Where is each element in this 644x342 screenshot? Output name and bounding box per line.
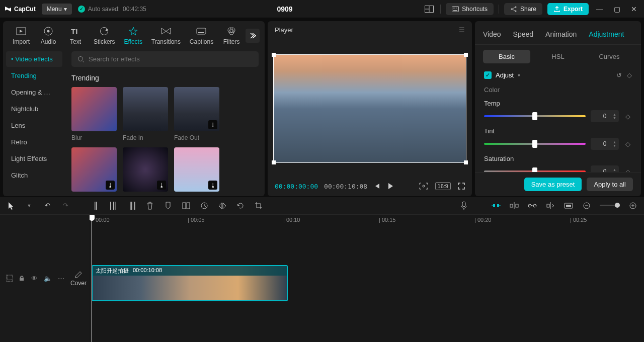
magnet-main-button[interactable] (491, 201, 501, 211)
crop-tool[interactable] (254, 201, 264, 211)
mirror-tool[interactable] (217, 201, 227, 211)
chevron-down-icon[interactable]: ▾ (518, 72, 520, 78)
pointer-tool[interactable] (6, 201, 16, 211)
tab-video[interactable]: Video (483, 25, 501, 44)
aspect-ratio[interactable]: 16:9 (435, 182, 451, 190)
effects-search-input[interactable] (89, 55, 253, 63)
tabs-more-button[interactable] (246, 29, 260, 43)
saturation-slider[interactable] (484, 170, 586, 172)
category-light-effects[interactable]: Light Effects (6, 151, 62, 166)
menu-button[interactable]: Menu ▾ (42, 4, 72, 15)
scale-button[interactable] (419, 183, 428, 190)
tab-animation[interactable]: Animation (545, 25, 577, 44)
tab-captions[interactable]: Captions (186, 24, 217, 47)
tint-value[interactable]: 0▲▼ (591, 138, 619, 150)
timeline-tracks[interactable]: 00:00 | 00:05 | 00:10 | 00:15 | 00:20 | … (90, 215, 644, 342)
timeline-ruler[interactable]: 00:00 | 00:05 | 00:10 | 00:15 | 00:20 | … (90, 215, 644, 227)
subtab-basic[interactable]: Basic (483, 50, 530, 63)
split-tool[interactable] (91, 201, 101, 211)
category-trending[interactable]: Trending (6, 68, 62, 83)
rotate-tool[interactable] (235, 201, 246, 211)
subtab-hsl[interactable]: HSL (534, 50, 582, 63)
zoom-in-button[interactable] (628, 201, 638, 211)
shortcuts-button[interactable]: Shortcuts (446, 3, 494, 15)
download-icon[interactable]: ⭳ (208, 120, 217, 129)
track-collapse-icon[interactable]: ⿺ (6, 275, 13, 282)
magnet-timeline-button[interactable] (509, 201, 519, 211)
tab-transitions[interactable]: Transitions (147, 24, 185, 47)
keyframe-icon[interactable]: ◇ (624, 140, 632, 148)
preview-axis-button[interactable] (545, 201, 555, 211)
effect-item[interactable]: ⭳ (71, 147, 117, 195)
eye-icon[interactable]: 👁 (31, 275, 38, 282)
preview-render-button[interactable] (564, 201, 574, 211)
mute-icon[interactable]: 🔈 (44, 275, 52, 282)
pointer-dropdown[interactable]: ▼ (24, 201, 34, 211)
video-clip[interactable]: 太阳升起拍摄 00:00:10:08 (92, 265, 288, 301)
freeze-tool[interactable] (181, 201, 191, 211)
category-glitch[interactable]: Glitch (6, 167, 62, 183)
effects-search[interactable] (71, 51, 259, 67)
effect-item[interactable]: Fade In (123, 87, 168, 141)
subtab-curves[interactable]: Curves (586, 50, 633, 63)
category-lens[interactable]: Lens (6, 118, 62, 133)
prev-frame-button[interactable] (373, 183, 380, 190)
split-left-tool[interactable] (109, 201, 119, 211)
export-button[interactable]: Export (547, 3, 589, 15)
zoom-slider[interactable] (600, 205, 620, 206)
keyframe-icon[interactable]: ◇ (627, 71, 632, 79)
link-button[interactable] (527, 201, 537, 211)
effect-item[interactable]: ⭳ (174, 147, 219, 195)
record-button[interactable] (459, 201, 469, 211)
tab-stickers[interactable]: Stickers (90, 24, 119, 47)
close-button[interactable]: ✕ (628, 3, 640, 15)
tab-text[interactable]: TIText (62, 24, 89, 47)
share-button[interactable]: Share (504, 3, 542, 15)
download-icon[interactable]: ⭳ (157, 181, 166, 190)
category-opening[interactable]: Opening & … (6, 84, 62, 100)
minimize-button[interactable]: — (594, 3, 606, 15)
layout-icon[interactable] (423, 3, 435, 15)
save-preset-button[interactable]: Save as preset (524, 178, 582, 191)
fullscreen-button[interactable] (458, 183, 465, 190)
effect-item[interactable]: Blur (71, 87, 117, 141)
category-retro[interactable]: Retro (6, 134, 62, 150)
video-preview[interactable] (273, 54, 466, 163)
play-button[interactable] (386, 182, 394, 190)
category-video-effects[interactable]: Video effects (6, 51, 62, 67)
redo-button[interactable]: ↷ (60, 201, 70, 211)
zoom-out-button[interactable] (582, 201, 592, 211)
delete-tool[interactable] (145, 201, 155, 211)
category-nightclub[interactable]: Nightclub (6, 101, 62, 117)
tab-adjustment[interactable]: Adjustment (589, 25, 624, 44)
project-title[interactable]: 0909 (277, 5, 292, 13)
undo-button[interactable]: ↶ (42, 201, 52, 211)
saturation-value[interactable]: 0▲▼ (591, 165, 619, 172)
adjust-checkbox[interactable]: ✓ (484, 71, 492, 79)
more-icon[interactable]: ⋯ (58, 275, 64, 282)
lock-icon[interactable]: 🔒︎ (19, 275, 25, 282)
cover-button[interactable]: Cover (70, 271, 87, 287)
tab-filters[interactable]: Filters (218, 24, 245, 47)
tint-slider[interactable] (484, 143, 586, 145)
temp-slider[interactable] (484, 115, 586, 117)
playhead[interactable] (92, 215, 92, 342)
maximize-button[interactable]: ▢ (611, 3, 623, 15)
apply-all-button[interactable]: Apply to all (587, 178, 633, 191)
effect-item[interactable]: ⭳Fade Out (174, 87, 219, 141)
keyframe-icon[interactable]: ◇ (624, 168, 632, 173)
tab-import[interactable]: Import (8, 24, 34, 47)
tab-speed[interactable]: Speed (513, 25, 533, 44)
keyframe-icon[interactable]: ◇ (624, 113, 632, 120)
download-icon[interactable]: ⭳ (208, 181, 217, 190)
download-icon[interactable]: ⭳ (106, 181, 115, 190)
tab-effects[interactable]: Effects (120, 24, 146, 47)
reverse-tool[interactable] (199, 201, 209, 211)
marker-tool[interactable] (163, 201, 173, 211)
effect-item[interactable]: ⭳ (123, 147, 168, 195)
temp-value[interactable]: 0▲▼ (591, 110, 619, 122)
player-menu-icon[interactable]: ☰ (459, 26, 465, 34)
split-right-tool[interactable] (127, 201, 137, 211)
tab-audio[interactable]: Audio (35, 24, 61, 47)
reset-icon[interactable]: ↺ (616, 71, 622, 79)
